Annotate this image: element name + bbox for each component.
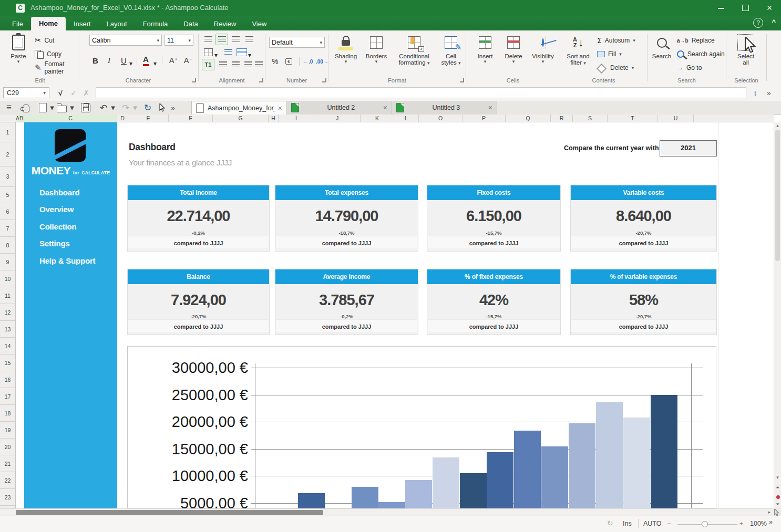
row-header-21[interactable]: 21 — [0, 455, 15, 472]
delete-contents-button[interactable]: Delete ▾ — [597, 62, 634, 74]
font-color-caret[interactable]: ▾ — [153, 58, 157, 69]
bold-button[interactable]: B — [93, 55, 98, 66]
menu-tab-insert[interactable]: Insert — [66, 17, 99, 30]
percent-format-button[interactable]: % — [272, 56, 278, 67]
underline-button[interactable]: U — [121, 55, 127, 66]
align-bottom-button[interactable] — [229, 34, 242, 45]
visibility-button[interactable]: Visibility ▾ — [528, 34, 558, 64]
paste-button[interactable]: Paste ▾ — [5, 34, 32, 64]
search-again-button[interactable]: Search again — [677, 48, 725, 60]
close-icon[interactable]: × — [488, 103, 492, 112]
column-header-G[interactable]: G — [213, 114, 269, 122]
replace-button[interactable]: a→b Replace — [677, 35, 715, 46]
formula-input[interactable] — [96, 87, 746, 98]
font-size-select[interactable]: 11 ▾ — [165, 35, 193, 46]
sidebar-item-help-support[interactable]: Help & Support — [24, 253, 117, 269]
row-header-20[interactable]: 20 — [0, 439, 15, 455]
align-middle-button[interactable] — [215, 34, 228, 45]
row-header-11[interactable]: 11 — [0, 287, 15, 304]
align-justify-button[interactable] — [252, 59, 265, 70]
scroll-right-icon[interactable]: ▸ — [768, 509, 770, 515]
row-header-18[interactable]: 18 — [0, 405, 15, 422]
row-header-16[interactable]: 16 — [0, 371, 15, 388]
conditional-formatting-button[interactable]: Conditional formatting ▾ — [393, 34, 436, 66]
zoom-slider-knob[interactable] — [702, 521, 708, 527]
menu-tab-review[interactable]: Review — [206, 17, 244, 30]
borders-button[interactable]: Borders ▾ — [362, 34, 391, 64]
horizontal-scrollbar[interactable]: ▸ — [0, 508, 774, 516]
column-header-O[interactable]: O — [419, 114, 463, 122]
row-header-15[interactable]: 15 — [0, 354, 15, 371]
row-header-1[interactable]: 1 — [0, 122, 15, 142]
cancel-formula-button[interactable]: ✗ — [80, 87, 92, 99]
scroll-down-icon[interactable]: ▼ — [774, 475, 781, 480]
font-color-button[interactable]: A — [143, 55, 149, 66]
sort-filter-button[interactable]: AZ↓ Sort and filter ▾ — [563, 34, 593, 66]
zoom-level[interactable]: 100% — [750, 520, 767, 527]
row-header-5[interactable]: 5 — [0, 187, 15, 203]
maximize-button[interactable] — [734, 0, 757, 16]
row-header-3[interactable]: 3 — [0, 166, 15, 187]
insert-cells-button[interactable]: Insert ▾ — [472, 34, 498, 64]
italic-button[interactable]: I — [108, 55, 110, 66]
help-icon[interactable]: ? — [753, 18, 763, 28]
select-all-button[interactable]: Select all — [731, 34, 761, 66]
column-header-U[interactable]: U — [658, 114, 694, 122]
add-decimal-button[interactable]: ←.0 — [303, 56, 313, 67]
toolbar-overflow-icon[interactable]: » — [167, 102, 179, 113]
row-header-7[interactable]: 7 — [0, 220, 15, 237]
align-left-button[interactable] — [217, 59, 229, 70]
column-header-I[interactable]: I — [279, 114, 314, 122]
calc-mode-indicator[interactable]: AUTO — [643, 520, 662, 527]
delete-cells-button[interactable]: Delete ▾ — [500, 34, 527, 64]
copy-button[interactable]: Copy — [35, 48, 61, 60]
horizontal-scrollbar-thumb[interactable] — [16, 510, 323, 515]
column-header-A[interactable]: A — [16, 114, 19, 122]
row-header-17[interactable]: 17 — [0, 388, 15, 405]
column-header-B[interactable]: B — [19, 114, 24, 122]
row-header-6[interactable]: 6 — [0, 203, 15, 220]
column-header-E[interactable]: E — [128, 114, 169, 122]
vertical-scrollbar-thumb[interactable] — [775, 130, 780, 261]
doc-tab[interactable]: Ashampoo_Money_for_E...× — [191, 101, 287, 114]
zoom-out-icon[interactable]: – — [667, 520, 671, 527]
row-header-2[interactable]: 2 — [0, 142, 15, 166]
column-header-F[interactable]: F — [169, 114, 213, 122]
insert-mode-indicator[interactable]: Ins — [623, 520, 632, 527]
minimize-button[interactable] — [710, 0, 733, 16]
status-refresh-icon[interactable]: ↻ — [607, 519, 613, 527]
touch-mode-icon[interactable] — [20, 102, 32, 113]
menu-tab-data[interactable]: Data — [176, 17, 205, 30]
split-up-icon[interactable]: ⏶ — [774, 485, 781, 491]
hamburger-menu-icon[interactable]: ≡ — [3, 102, 15, 113]
close-icon[interactable]: × — [383, 103, 387, 112]
row-header-23[interactable]: 23 — [0, 489, 15, 506]
shrink-font-button[interactable]: A⁻ — [184, 55, 193, 66]
collapse-ribbon-icon[interactable]: ^ — [772, 18, 776, 28]
remove-decimal-button[interactable]: .00→ — [316, 56, 328, 67]
split-down-icon[interactable]: ⏷ — [774, 502, 781, 507]
sidebar-item-collection[interactable]: Collection — [24, 218, 117, 235]
close-button[interactable]: × — [758, 0, 781, 16]
column-header-L[interactable]: L — [394, 114, 419, 122]
cell-reference-box[interactable]: C29 ▾ — [3, 87, 49, 98]
fill-button[interactable]: Fill ▾ — [597, 48, 622, 60]
function-wizard-button[interactable]: √ — [55, 87, 66, 99]
zoom-in-icon[interactable]: + — [739, 520, 743, 527]
align-center-button[interactable] — [229, 59, 242, 70]
shading-button[interactable]: Shading ▾ — [331, 34, 361, 64]
compare-year-input[interactable]: 2021 — [660, 140, 717, 157]
sidebar-item-settings[interactable]: Settings — [24, 235, 117, 252]
currency-format-button[interactable]: € — [285, 56, 292, 67]
row-header-12[interactable]: 12 — [0, 304, 15, 321]
distribute-button[interactable] — [243, 34, 255, 45]
row-header-9[interactable]: 9 — [0, 254, 15, 270]
close-icon[interactable]: × — [278, 104, 282, 112]
format-painter-button[interactable]: ✎ Format painter — [35, 62, 78, 74]
pointer-icon[interactable] — [157, 102, 168, 113]
column-header-R[interactable]: R — [551, 114, 573, 122]
wrap-text-button[interactable] — [222, 46, 234, 58]
column-header-J[interactable]: J — [314, 114, 361, 122]
refresh-icon[interactable]: ↻ — [142, 102, 153, 113]
column-header-K[interactable]: K — [361, 114, 394, 122]
